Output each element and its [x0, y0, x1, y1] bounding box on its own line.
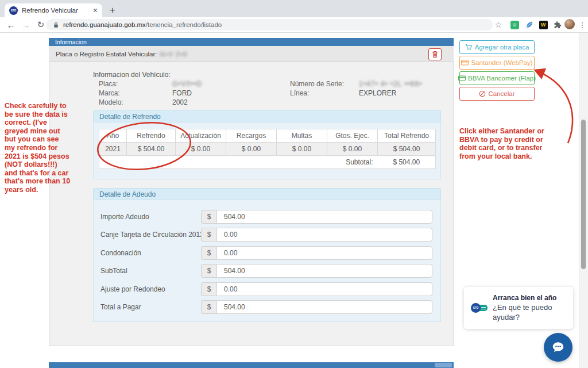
currency-addon: $: [201, 210, 216, 224]
right-annotation-note: Click either Santander or BBVA to pay by…: [459, 127, 568, 160]
condonacion-label: Condonación: [100, 249, 141, 257]
refrendo-table: AñoRefrendoActualizaciónRecargosMultasGt…: [99, 129, 436, 169]
cancelar-button[interactable]: Cancelar: [459, 87, 535, 101]
gto-logo-icon: GTO: [471, 303, 488, 313]
browser-tab-bar: GTO Refrendo Vehicular × +: [0, 0, 588, 17]
subtotal-value: $ 504.00: [378, 156, 436, 169]
extension-w-icon[interactable]: W: [537, 19, 549, 30]
vehicle-info-title: Informacion del Vehículo:: [93, 71, 171, 79]
url-text: refrendo.guanajuato.gob.mx/tenencia_refr…: [63, 21, 222, 28]
input-ajuste-redondeo[interactable]: [216, 282, 432, 296]
marca-value: FORD: [172, 89, 192, 97]
bookmark-star-icon[interactable]: ☆: [493, 19, 504, 30]
tab-close-icon[interactable]: ×: [93, 6, 98, 14]
total-pagar-label: Total a Pagar: [100, 303, 141, 311]
placa-redacted-value: G•V 2•0: [160, 51, 187, 57]
input-canje-tarjeta[interactable]: [216, 228, 432, 241]
currency-addon: $: [201, 228, 216, 241]
new-tab-button[interactable]: +: [107, 5, 118, 16]
bbva-bancomer-flap-button[interactable]: BBVA Bancomer (Flap): [459, 71, 535, 85]
informacion-header: Informacion: [49, 38, 454, 46]
subtotal-label: Subtotal:: [327, 156, 378, 169]
url-bar[interactable]: refrendo.guanajuato.gob.mx/tenencia_refr…: [46, 19, 493, 30]
left-annotation-note: Check carefully to be sure the data is c…: [5, 102, 95, 194]
chat-title: Arranca bien el año: [493, 294, 556, 302]
browser-tab[interactable]: GTO Refrendo Vehicular ×: [5, 3, 102, 17]
back-icon[interactable]: ←: [3, 20, 18, 30]
placa-registro-bar: Placa o Registro Estatal Vehicular: G•V …: [49, 46, 454, 62]
scrollbar-thumb[interactable]: [581, 120, 586, 269]
extensions-puzzle-icon[interactable]: [551, 19, 563, 30]
placa-label: Placa:: [99, 80, 118, 88]
chat-subtitle: ¿En qué te puedo ayudar?: [493, 303, 556, 323]
refrendo-panel-title: Detalle de Refrendo: [93, 110, 441, 122]
linea-value: EXPLORER: [359, 89, 396, 97]
subtotal-adeudo-group: $: [201, 264, 432, 278]
canje-tarjeta-group: $: [201, 228, 432, 241]
extension-bitmoji-icon[interactable]: ☺: [509, 19, 520, 30]
placa-value: G•V0••D: [172, 80, 202, 88]
footer-blue-bar: [49, 362, 454, 368]
forward-icon: →: [18, 20, 33, 30]
trash-icon: [432, 51, 438, 58]
cancel-icon: [479, 90, 486, 97]
browser-menu-icon[interactable]: ⋮: [577, 19, 588, 30]
currency-addon: $: [201, 300, 216, 314]
serie-value: 1•47• 4• •2L ••66•: [359, 80, 422, 88]
input-total-pagar[interactable]: [216, 300, 432, 314]
credit-card-icon: [461, 60, 469, 66]
subtotal-adeudo-label: SubTotal: [100, 267, 127, 275]
ajuste-redondeo-group: $: [201, 282, 432, 296]
cart-icon: [465, 44, 473, 51]
screenshot-stage: GTO Refrendo Vehicular × + ← → ↻ refrend…: [0, 0, 588, 368]
refrendo-table-data-row: 2021$ 504.00$ 0.00$ 0.00$ 0.00$ 0.00$ 50…: [99, 143, 436, 156]
site-favicon-icon: GTO: [9, 6, 18, 15]
total-pagar-group: $: [201, 300, 432, 314]
canje-tarjeta-label: Canje Tarjeta de Circulación 2012: [100, 231, 204, 239]
ajuste-redondeo-label: Ajuste por Redondeo: [100, 285, 165, 293]
refrendo-subtotal-row: Subtotal: $ 504.00: [99, 156, 436, 169]
refrendo-table-header-row: AñoRefrendoActualizaciónRecargosMultasGt…: [99, 129, 436, 143]
chat-popup-card[interactable]: GTO Arranca bien el año ¿En qué te puedo…: [464, 287, 573, 329]
agregar-otra-placa-button[interactable]: Agregar otra placa: [459, 40, 535, 54]
linea-label: Línea:: [290, 89, 309, 97]
modelo-value: 2002: [172, 98, 188, 106]
chat-bubble-icon: [551, 340, 566, 355]
input-importe-adeudo[interactable]: [216, 210, 432, 224]
currency-addon: $: [201, 246, 216, 260]
importe-adeudo-group: $: [201, 210, 432, 224]
footer-bar-segment: [435, 363, 452, 367]
marca-label: Marca:: [99, 89, 120, 97]
credit-card-icon: [458, 75, 466, 81]
extension-feather-icon[interactable]: [524, 19, 535, 30]
serie-label: Número de Serie:: [290, 80, 344, 88]
currency-addon: $: [201, 282, 216, 296]
importe-adeudo-label: Importe Adeudo: [100, 213, 149, 221]
modelo-label: Modelo:: [99, 98, 123, 106]
chat-launcher-button[interactable]: [544, 333, 572, 362]
condonacion-group: $: [201, 246, 432, 260]
profile-avatar[interactable]: [564, 18, 575, 30]
delete-placa-button[interactable]: [428, 48, 442, 60]
input-subtotal[interactable]: [216, 264, 432, 278]
currency-addon: $: [201, 264, 216, 278]
input-condonacion[interactable]: [216, 246, 432, 260]
adeudo-panel-title: Detalle de Adeudo: [93, 188, 441, 200]
tab-title: Refrendo Vehicular: [22, 7, 89, 14]
lock-icon: [53, 22, 59, 28]
santander-webpay-button[interactable]: Santander (WebPay): [459, 56, 535, 70]
